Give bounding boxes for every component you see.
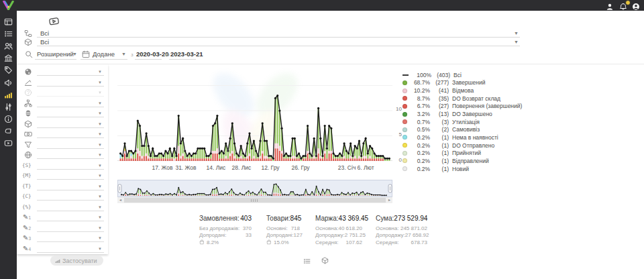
product-filter-value[interactable]: Всі [40,38,49,46]
filter-field[interactable] [37,231,104,232]
filter-field[interactable] [37,148,104,149]
legend-count: (1) [430,134,449,141]
scrollbar-thumb[interactable] [124,198,386,203]
summary-title: Сума:273 529.94 [376,215,427,222]
legend-item[interactable]: 6.7%(27)Повернення (завершений) [402,103,525,111]
chevron-down-icon[interactable]: ▼ [514,40,519,44]
megaphone-icon[interactable] [4,78,13,87]
category-filter-field[interactable] [37,37,520,38]
filter-field[interactable] [37,137,104,138]
chevron-down-icon[interactable]: ▼ [98,184,102,188]
legend-item[interactable]: 0.7%(3)Утилізація [402,118,525,126]
chevron-down-icon[interactable]: ▼ [98,194,102,199]
scroll-right-arrow[interactable]: ▸ [386,197,392,203]
filter-field[interactable] [37,127,104,128]
filter-field[interactable] [37,86,104,87]
legend-item[interactable]: 0.5%(2)Самовивіз [402,125,525,133]
filter-field[interactable] [37,107,104,107]
chevron-down-icon[interactable]: ▼ [98,153,102,157]
legend-item[interactable]: 10.2%(41)Відмова [402,87,525,95]
filter-field[interactable] [37,75,104,76]
chevron-down-icon[interactable]: ▼ [98,132,102,136]
list-icon[interactable] [4,30,13,38]
info-icon[interactable] [4,115,13,123]
legend-item[interactable]: 0.2%(1)Новий [402,165,525,173]
date-field-select[interactable]: Додане [93,50,115,58]
filter-field[interactable] [37,117,104,117]
legend-pct: 0.2% [410,150,430,156]
video-help-icon[interactable] [48,16,60,26]
filter-field[interactable] [37,211,104,211]
legend-item[interactable]: 8.7%(35)DO Возврат склад [402,95,525,103]
user-icon[interactable] [606,1,614,9]
filter-row-M: {M}▼ [17,171,108,181]
chevron-down-icon[interactable]: ▼ [514,31,519,36]
y-axis-label: 0 [392,157,402,163]
video-icon[interactable] [4,139,13,148]
navigator-handle[interactable] [118,184,121,192]
legend-item[interactable]: 0.2%(1)Відправлений [402,157,525,165]
package-view-icon[interactable] [321,257,329,264]
legend-line-swatch [402,74,409,76]
users-icon[interactable] [4,42,13,50]
chevron-down-icon[interactable]: ▼ [98,236,102,240]
filter-field[interactable] [37,200,104,201]
legend-item[interactable]: 0.2%(1)DO Отправлено [402,142,525,150]
date-from-label: з [131,52,133,58]
legend-item[interactable]: 100%(403)Всі [402,71,525,79]
filter-field[interactable] [37,190,104,190]
legend-label: Утилізація [452,119,480,125]
legend-item[interactable]: 0.2%(1)Нема в наявності [402,133,525,142]
filter-field[interactable] [37,221,104,221]
list-view-icon[interactable] [303,258,311,265]
legend-count: (1) [430,166,449,172]
chevron-down-icon[interactable]: ▼ [98,80,102,85]
app-logo[interactable] [2,1,15,10]
chevron-down-icon[interactable]: ▼ [98,91,102,95]
chart-navigator[interactable] [117,180,392,197]
chevron-down-icon[interactable]: ▼ [98,164,102,168]
chevron-down-icon[interactable]: ▼ [72,52,77,56]
filter-field[interactable] [37,252,104,253]
avatar[interactable] [632,1,640,9]
filter-field[interactable] [37,241,104,242]
filter-row-x: {%}▼ [17,203,108,213]
chevron-down-icon[interactable]: ▼ [121,52,126,56]
legend-dot-swatch [402,104,407,109]
chevron-down-icon[interactable]: ▼ [98,111,102,115]
search-mode-select[interactable]: Розширений [37,50,74,58]
legend-item[interactable]: 68.7%(277)Завершений [402,79,525,87]
dashboard-icon[interactable] [4,17,13,26]
chevron-down-icon[interactable]: ▼ [98,205,102,209]
legend-item[interactable]: 0.2%(1)Прийнятий [402,149,525,157]
chart-icon[interactable] [4,91,13,99]
category-filter-value[interactable]: Всі [40,30,49,37]
navigator-handle[interactable] [388,184,392,192]
chevron-down-icon[interactable]: ▼ [98,70,102,74]
legend-item[interactable]: 3.2%(13)DO Завершено [402,110,525,118]
hierarchy-icon [24,99,32,107]
legend-pct: 0.2% [410,142,430,149]
summary-subrow: Основні:718 [266,225,300,232]
sliders-icon[interactable] [4,103,13,111]
filter-field[interactable] [37,169,104,170]
chevron-down-icon[interactable]: ▼ [98,247,102,251]
scroll-left-arrow[interactable]: ◂ [117,197,123,203]
chevron-down-icon[interactable]: ▼ [98,226,102,230]
chevron-down-icon[interactable]: ▼ [98,215,102,219]
date-to-input[interactable]: 2023-03-21 [170,50,203,58]
chevron-down-icon[interactable]: ▼ [98,174,102,178]
chevron-down-icon[interactable]: ▼ [98,101,102,105]
bell-icon[interactable] [619,1,627,9]
filter-field[interactable] [37,96,104,97]
tag-icon[interactable] [4,66,13,74]
hand-icon[interactable] [4,127,13,135]
apply-button[interactable]: Застосувати [50,256,103,266]
filter-field[interactable] [37,179,104,180]
legend-pct: 10.2% [410,87,430,94]
chevron-down-icon[interactable]: ▼ [98,122,102,126]
filter-field[interactable] [37,158,104,159]
product-filter-field[interactable] [37,46,520,46]
bank-icon[interactable] [4,54,13,62]
chevron-down-icon[interactable]: ▼ [98,143,102,147]
